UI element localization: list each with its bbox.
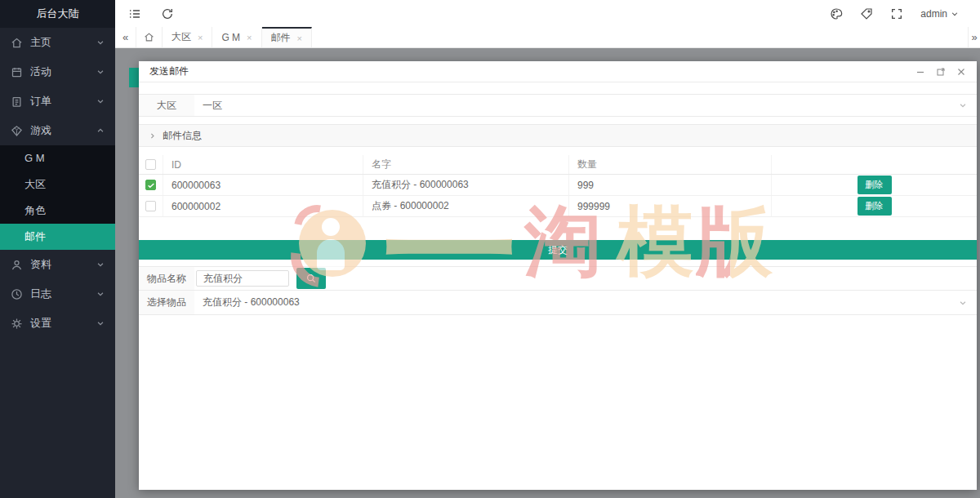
select-item-row[interactable]: 选择物品 充值积分 - 600000063 [139, 291, 977, 315]
select-item-value: 充值积分 - 600000063 [194, 296, 300, 309]
select-all-checkbox[interactable] [145, 159, 156, 170]
column-header-actions [772, 155, 977, 174]
log-icon [11, 288, 23, 300]
sidebar: 后台大陆 主页 活动 订单 游戏 G M 大区 角色 邮件 资料 [0, 0, 115, 498]
row-checkbox[interactable] [145, 201, 156, 211]
sidebar-item-game[interactable]: 游戏 [0, 116, 115, 145]
close-icon[interactable] [956, 67, 966, 77]
chevron-down-icon [96, 319, 105, 327]
sidebar-toggle-icon[interactable] [128, 7, 141, 20]
home-icon [144, 32, 154, 42]
chevron-down-icon [951, 10, 959, 18]
cell-qty: 999 [569, 175, 772, 195]
home-tab[interactable] [136, 27, 163, 47]
sidebar-item-label: 游戏 [30, 123, 51, 138]
sidebar-submenu-game: G M 大区 角色 邮件 [0, 145, 115, 250]
sidebar-item-logs[interactable]: 日志 [0, 279, 115, 309]
maximize-icon[interactable] [936, 67, 946, 77]
username: admin [920, 8, 947, 20]
tabs-more-button[interactable]: » [968, 27, 980, 47]
sidebar-item-gm[interactable]: G M [0, 145, 115, 171]
check-icon [147, 181, 155, 189]
home-icon [11, 37, 23, 49]
column-header-name: 名字 [363, 155, 569, 174]
search-button[interactable] [296, 268, 326, 289]
profile-icon [11, 259, 23, 271]
item-name-row: 物品名称 [139, 266, 977, 291]
submit-button[interactable]: 提交 [139, 240, 977, 260]
item-name-label: 物品名称 [139, 267, 194, 290]
search-icon [305, 273, 317, 284]
tab-gm[interactable]: G M × [212, 27, 261, 47]
sidebar-item-settings[interactable]: 设置 [0, 309, 115, 338]
table-header-row: ID 名字 数量 [139, 155, 977, 175]
fullscreen-icon[interactable] [890, 7, 903, 20]
send-mail-modal: 发送邮件 大区 一区 邮件信息 ID 名字 数量 [139, 61, 977, 490]
table-row: 600000002 点券 - 600000002 999999 删除 [139, 196, 977, 217]
sidebar-item-orders[interactable]: 订单 [0, 87, 115, 116]
chevron-down-icon [96, 38, 105, 47]
mail-info-collapse[interactable]: 邮件信息 [139, 124, 977, 147]
tab-label: G M [221, 32, 240, 43]
sidebar-item-region[interactable]: 大区 [0, 171, 115, 198]
delete-button[interactable]: 删除 [858, 176, 892, 194]
cell-qty: 999999 [569, 196, 772, 216]
tag-icon[interactable] [860, 7, 873, 20]
sidebar-item-label: 资料 [30, 257, 51, 272]
region-value: 一区 [194, 99, 222, 113]
minimize-icon[interactable] [915, 67, 925, 77]
tab-region[interactable]: 大区 × [163, 27, 212, 47]
top-header: admin [115, 0, 980, 27]
sidebar-item-label: 主页 [30, 35, 51, 50]
chevron-down-icon [96, 290, 105, 298]
theme-palette-icon[interactable] [830, 7, 843, 20]
user-menu[interactable]: admin [920, 8, 959, 20]
close-tab-icon[interactable]: × [198, 33, 203, 42]
tab-bar: « 大区 × G M × 邮件 × » [115, 27, 980, 48]
chevron-up-icon [96, 127, 105, 135]
tabs-scroll-left-button[interactable]: « [115, 27, 136, 47]
chevron-down-icon [96, 97, 105, 105]
region-select[interactable]: 大区 一区 [139, 94, 977, 117]
sidebar-item-profile[interactable]: 资料 [0, 250, 115, 279]
close-tab-icon[interactable]: × [297, 33, 302, 43]
tab-mail[interactable]: 邮件 × [262, 27, 312, 47]
sidebar-item-home[interactable]: 主页 [0, 28, 115, 57]
select-item-label: 选择物品 [139, 291, 194, 314]
game-icon [11, 125, 23, 137]
sidebar-item-mail[interactable]: 邮件 [0, 224, 115, 250]
sidebar-item-label: 活动 [30, 64, 51, 79]
order-icon [11, 96, 23, 108]
items-table: ID 名字 数量 600000063 充值积分 - 600000063 999 … [139, 155, 977, 217]
sidebar-item-role[interactable]: 角色 [0, 198, 115, 224]
cell-name: 点券 - 600000002 [363, 196, 569, 216]
chevron-down-icon [96, 68, 105, 76]
column-header-qty: 数量 [569, 155, 772, 174]
chevron-down-icon [959, 299, 967, 307]
item-name-input[interactable] [196, 270, 289, 287]
close-tab-icon[interactable]: × [247, 33, 252, 42]
cell-name: 充值积分 - 600000063 [363, 175, 569, 195]
section-title: 邮件信息 [163, 129, 202, 143]
modal-titlebar: 发送邮件 [139, 61, 977, 82]
sidebar-item-activity[interactable]: 活动 [0, 57, 115, 87]
refresh-icon[interactable] [161, 7, 174, 20]
tab-label: 大区 [172, 30, 191, 44]
tab-label: 邮件 [271, 31, 291, 45]
sidebar-item-label: 设置 [30, 316, 51, 331]
settings-icon [11, 318, 23, 330]
cell-id: 600000002 [163, 196, 363, 216]
modal-title: 发送邮件 [149, 64, 189, 78]
delete-button[interactable]: 删除 [858, 197, 892, 216]
activity-icon [11, 66, 23, 78]
cell-id: 600000063 [163, 175, 363, 195]
chevron-down-icon [96, 260, 105, 269]
chevron-right-icon [149, 132, 156, 140]
column-header-id: ID [163, 155, 363, 174]
chevron-down-icon [959, 101, 967, 109]
region-label: 大区 [139, 95, 194, 116]
table-row: 600000063 充值积分 - 600000063 999 删除 [139, 175, 977, 196]
sidebar-item-label: 日志 [30, 287, 51, 301]
row-checkbox[interactable] [145, 180, 156, 190]
app-title: 后台大陆 [0, 0, 115, 28]
